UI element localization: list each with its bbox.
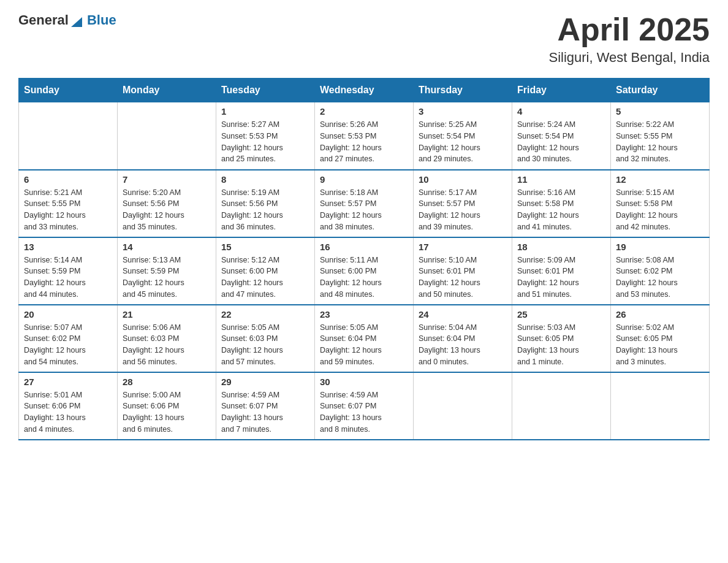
calendar-cell: 12Sunrise: 5:15 AMSunset: 5:58 PMDayligh… (611, 170, 710, 237)
day-number: 29 (221, 377, 309, 387)
page-header: General Blue April 2025 Siliguri, West B… (18, 12, 710, 66)
weekday-header-monday: Monday (118, 79, 216, 102)
day-info: Sunrise: 5:13 AMSunset: 5:59 PMDaylight:… (123, 255, 211, 301)
day-number: 13 (24, 242, 112, 252)
weekday-header-wednesday: Wednesday (315, 79, 414, 102)
day-number: 7 (123, 174, 211, 185)
day-info: Sunrise: 5:05 AMSunset: 6:03 PMDaylight:… (221, 322, 309, 368)
day-number: 18 (517, 242, 605, 252)
calendar-cell: 19Sunrise: 5:08 AMSunset: 6:02 PMDayligh… (611, 237, 710, 305)
calendar-week-row: 6Sunrise: 5:21 AMSunset: 5:55 PMDaylight… (19, 170, 710, 237)
day-info: Sunrise: 5:21 AMSunset: 5:55 PMDaylight:… (24, 187, 112, 233)
day-number: 1 (221, 106, 309, 117)
day-number: 10 (419, 174, 507, 185)
calendar-cell: 30Sunrise: 4:59 AMSunset: 6:07 PMDayligh… (315, 372, 414, 440)
day-number: 3 (419, 106, 507, 117)
day-info: Sunrise: 5:03 AMSunset: 6:05 PMDaylight:… (517, 322, 605, 368)
calendar-week-row: 1Sunrise: 5:27 AMSunset: 5:53 PMDaylight… (19, 102, 710, 170)
weekday-header-tuesday: Tuesday (216, 79, 315, 102)
day-number: 24 (419, 309, 507, 320)
logo-general-text: General (18, 12, 69, 28)
calendar-cell: 21Sunrise: 5:06 AMSunset: 6:03 PMDayligh… (118, 305, 216, 372)
day-info: Sunrise: 5:27 AMSunset: 5:53 PMDaylight:… (221, 119, 309, 165)
day-number: 6 (24, 174, 112, 185)
day-number: 16 (320, 242, 408, 252)
day-number: 15 (221, 242, 309, 252)
day-number: 12 (616, 174, 704, 185)
day-number: 20 (24, 309, 112, 320)
day-info: Sunrise: 5:18 AMSunset: 5:57 PMDaylight:… (320, 187, 408, 233)
day-info: Sunrise: 4:59 AMSunset: 6:07 PMDaylight:… (221, 389, 309, 435)
day-info: Sunrise: 5:14 AMSunset: 5:59 PMDaylight:… (24, 255, 112, 301)
day-number: 4 (517, 106, 605, 117)
month-title: April 2025 (548, 12, 710, 47)
calendar-cell: 5Sunrise: 5:22 AMSunset: 5:55 PMDaylight… (611, 102, 710, 170)
day-number: 17 (419, 242, 507, 252)
calendar-cell (414, 372, 512, 440)
svg-marker-0 (71, 17, 82, 27)
calendar-cell: 7Sunrise: 5:20 AMSunset: 5:56 PMDaylight… (118, 170, 216, 237)
day-info: Sunrise: 5:24 AMSunset: 5:54 PMDaylight:… (517, 119, 605, 165)
calendar-cell: 2Sunrise: 5:26 AMSunset: 5:53 PMDaylight… (315, 102, 414, 170)
calendar-table: SundayMondayTuesdayWednesdayThursdayFrid… (18, 78, 710, 440)
day-number: 14 (123, 242, 211, 252)
day-number: 27 (24, 377, 112, 387)
calendar-cell: 4Sunrise: 5:24 AMSunset: 5:54 PMDaylight… (512, 102, 611, 170)
day-info: Sunrise: 5:17 AMSunset: 5:57 PMDaylight:… (419, 187, 507, 233)
day-number: 9 (320, 174, 408, 185)
calendar-cell: 28Sunrise: 5:00 AMSunset: 6:06 PMDayligh… (118, 372, 216, 440)
day-info: Sunrise: 5:16 AMSunset: 5:58 PMDaylight:… (517, 187, 605, 233)
day-number: 21 (123, 309, 211, 320)
day-number: 28 (123, 377, 211, 387)
day-number: 25 (517, 309, 605, 320)
day-number: 19 (616, 242, 704, 252)
calendar-week-row: 13Sunrise: 5:14 AMSunset: 5:59 PMDayligh… (19, 237, 710, 305)
weekday-header-saturday: Saturday (611, 79, 710, 102)
day-info: Sunrise: 5:06 AMSunset: 6:03 PMDaylight:… (123, 322, 211, 368)
logo: General Blue (18, 12, 116, 28)
day-info: Sunrise: 5:08 AMSunset: 6:02 PMDaylight:… (616, 255, 704, 301)
day-info: Sunrise: 5:15 AMSunset: 5:58 PMDaylight:… (616, 187, 704, 233)
day-number: 2 (320, 106, 408, 117)
calendar-cell: 11Sunrise: 5:16 AMSunset: 5:58 PMDayligh… (512, 170, 611, 237)
day-info: Sunrise: 5:09 AMSunset: 6:01 PMDaylight:… (517, 255, 605, 301)
calendar-cell: 17Sunrise: 5:10 AMSunset: 6:01 PMDayligh… (414, 237, 512, 305)
day-info: Sunrise: 5:19 AMSunset: 5:56 PMDaylight:… (221, 187, 309, 233)
day-info: Sunrise: 5:07 AMSunset: 6:02 PMDaylight:… (24, 322, 112, 368)
calendar-cell: 27Sunrise: 5:01 AMSunset: 6:06 PMDayligh… (19, 372, 118, 440)
day-info: Sunrise: 5:00 AMSunset: 6:06 PMDaylight:… (123, 389, 211, 435)
day-info: Sunrise: 5:10 AMSunset: 6:01 PMDaylight:… (419, 255, 507, 301)
day-info: Sunrise: 5:20 AMSunset: 5:56 PMDaylight:… (123, 187, 211, 233)
day-info: Sunrise: 5:01 AMSunset: 6:06 PMDaylight:… (24, 389, 112, 435)
day-number: 8 (221, 174, 309, 185)
day-info: Sunrise: 5:04 AMSunset: 6:04 PMDaylight:… (419, 322, 507, 368)
calendar-cell (118, 102, 216, 170)
weekday-header-sunday: Sunday (19, 79, 118, 102)
calendar-week-row: 27Sunrise: 5:01 AMSunset: 6:06 PMDayligh… (19, 372, 710, 440)
calendar-cell (611, 372, 710, 440)
day-info: Sunrise: 5:25 AMSunset: 5:54 PMDaylight:… (419, 119, 507, 165)
calendar-cell: 26Sunrise: 5:02 AMSunset: 6:05 PMDayligh… (611, 305, 710, 372)
calendar-cell: 23Sunrise: 5:05 AMSunset: 6:04 PMDayligh… (315, 305, 414, 372)
calendar-cell: 13Sunrise: 5:14 AMSunset: 5:59 PMDayligh… (19, 237, 118, 305)
location-title: Siliguri, West Bengal, India (548, 50, 710, 66)
day-number: 22 (221, 309, 309, 320)
day-number: 23 (320, 309, 408, 320)
day-info: Sunrise: 5:22 AMSunset: 5:55 PMDaylight:… (616, 119, 704, 165)
calendar-week-row: 20Sunrise: 5:07 AMSunset: 6:02 PMDayligh… (19, 305, 710, 372)
logo-icon (71, 13, 82, 27)
day-info: Sunrise: 5:02 AMSunset: 6:05 PMDaylight:… (616, 322, 704, 368)
calendar-cell: 3Sunrise: 5:25 AMSunset: 5:54 PMDaylight… (414, 102, 512, 170)
calendar-cell (512, 372, 611, 440)
weekday-header-thursday: Thursday (414, 79, 512, 102)
calendar-cell: 10Sunrise: 5:17 AMSunset: 5:57 PMDayligh… (414, 170, 512, 237)
weekday-header-row: SundayMondayTuesdayWednesdayThursdayFrid… (19, 79, 710, 102)
day-number: 5 (616, 106, 704, 117)
title-block: April 2025 Siliguri, West Bengal, India (548, 12, 710, 66)
calendar-cell: 9Sunrise: 5:18 AMSunset: 5:57 PMDaylight… (315, 170, 414, 237)
logo-blue-text: Blue (87, 12, 116, 28)
day-number: 30 (320, 377, 408, 387)
day-info: Sunrise: 5:12 AMSunset: 6:00 PMDaylight:… (221, 255, 309, 301)
weekday-header-friday: Friday (512, 79, 611, 102)
day-info: Sunrise: 5:26 AMSunset: 5:53 PMDaylight:… (320, 119, 408, 165)
